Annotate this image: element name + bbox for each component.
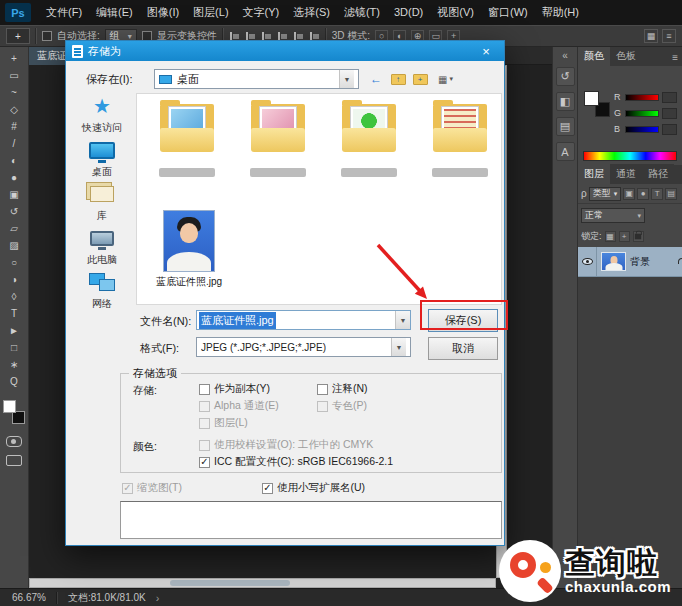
pen-tool[interactable]: ◊: [3, 288, 25, 305]
folder-item[interactable]: [238, 102, 318, 177]
menu-file[interactable]: 文件(F): [39, 0, 89, 25]
quick-select-tool[interactable]: ◇: [3, 101, 25, 118]
menu-window[interactable]: 窗口(W): [481, 0, 535, 25]
green-value-box[interactable]: [662, 108, 677, 119]
tab-swatches[interactable]: 色板: [610, 46, 642, 66]
filter-shape-icon[interactable]: [665, 188, 677, 200]
blue-slider[interactable]: [625, 126, 659, 133]
chevron-down-icon[interactable]: [339, 70, 354, 88]
format-dropdown[interactable]: JPEG (*.JPG;*.JPEG;*.JPE): [196, 337, 411, 357]
blue-value-box[interactable]: [662, 124, 677, 135]
layer-row-background[interactable]: 背景: [578, 247, 682, 277]
zoom-tool[interactable]: Q: [3, 373, 25, 390]
tab-channels[interactable]: 通道: [610, 164, 642, 184]
as-copy-checkbox[interactable]: 作为副本(Y): [199, 382, 270, 396]
nav-libraries[interactable]: 库: [70, 181, 134, 223]
file-list[interactable]: 蓝底证件照.jpg: [136, 93, 502, 305]
menu-select[interactable]: 选择(S): [286, 0, 337, 25]
foreground-color-swatch[interactable]: [584, 91, 599, 106]
filter-type-icon[interactable]: [651, 188, 663, 200]
save-button[interactable]: 保存(S): [428, 309, 498, 332]
menu-layer[interactable]: 图层(L): [186, 0, 235, 25]
path-select-tool[interactable]: ►: [3, 322, 25, 339]
menu-view[interactable]: 视图(V): [430, 0, 481, 25]
cancel-button[interactable]: 取消: [428, 337, 498, 360]
tab-paths[interactable]: 路径: [642, 164, 674, 184]
blend-mode-dropdown[interactable]: 正常: [581, 208, 645, 223]
menu-edit[interactable]: 编辑(E): [89, 0, 140, 25]
history-brush-tool[interactable]: ↺: [3, 203, 25, 220]
filter-adjustment-icon[interactable]: [637, 188, 649, 200]
menu-image[interactable]: 图像(I): [140, 0, 186, 25]
nav-network[interactable]: 网络: [70, 269, 134, 311]
status-options-arrow[interactable]: [156, 592, 160, 604]
nav-quick-access[interactable]: ★ 快速访问: [70, 93, 134, 135]
history-panel-icon[interactable]: ↺: [556, 67, 575, 86]
eraser-tool[interactable]: ▱: [3, 220, 25, 237]
shape-tool[interactable]: □: [3, 339, 25, 356]
green-slider[interactable]: [625, 110, 659, 117]
close-icon[interactable]: ×: [474, 44, 498, 59]
red-slider[interactable]: [625, 94, 659, 101]
layer-thumbnail[interactable]: [601, 252, 626, 271]
color-spectrum-ramp[interactable]: [583, 151, 677, 161]
view-menu-icon[interactable]: ▦: [432, 69, 459, 89]
screen-mode-icon[interactable]: [6, 455, 22, 466]
lasso-tool[interactable]: ~: [3, 84, 25, 101]
menu-help[interactable]: 帮助(H): [535, 0, 586, 25]
gradient-tool[interactable]: ▨: [3, 237, 25, 254]
folder-item[interactable]: [329, 102, 409, 177]
collapse-panels-icon[interactable]: «: [562, 50, 568, 61]
color-swatches[interactable]: [3, 400, 25, 424]
workspace-menu-icon[interactable]: [662, 29, 676, 43]
move-tool[interactable]: +: [3, 50, 25, 67]
current-tool-icon[interactable]: +: [6, 28, 30, 44]
zoom-level[interactable]: 66.67%: [12, 592, 46, 603]
libraries-panel-icon[interactable]: ▤: [556, 117, 575, 136]
eyedropper-tool[interactable]: /: [3, 135, 25, 152]
lowercase-extension-checkbox[interactable]: 使用小写扩展名(U): [262, 481, 365, 495]
layer-visibility-cell[interactable]: [578, 247, 597, 276]
nav-desktop[interactable]: 桌面: [70, 137, 134, 179]
blur-tool[interactable]: ○: [3, 254, 25, 271]
horizontal-scrollbar[interactable]: [29, 578, 496, 588]
save-in-dropdown[interactable]: 桌面: [154, 69, 359, 89]
auto-select-checkbox[interactable]: [42, 31, 52, 41]
chevron-down-icon[interactable]: [395, 311, 410, 329]
new-folder-icon[interactable]: +: [410, 69, 430, 89]
properties-panel-icon[interactable]: ◧: [556, 92, 575, 111]
filter-type-dropdown[interactable]: 类型: [589, 187, 622, 201]
menu-3d[interactable]: 3D(D): [387, 0, 430, 25]
image-file-item[interactable]: 蓝底证件照.jpg: [149, 210, 229, 289]
icc-profile-checkbox[interactable]: ICC 配置文件(C): sRGB IEC61966-2.1: [199, 455, 393, 469]
back-icon[interactable]: ←: [366, 69, 386, 89]
folder-item[interactable]: [147, 102, 227, 177]
annotations-checkbox[interactable]: 注释(N): [317, 382, 368, 396]
healing-brush-tool[interactable]: ◐: [3, 152, 25, 169]
marquee-tool[interactable]: ▭: [3, 67, 25, 84]
type-tool[interactable]: T: [3, 305, 25, 322]
menu-type[interactable]: 文字(Y): [236, 0, 287, 25]
lock-transparency-icon[interactable]: [605, 231, 616, 242]
scroll-thumb[interactable]: [170, 580, 290, 586]
folder-item[interactable]: [420, 102, 500, 177]
panel-color-swatches[interactable]: [584, 91, 610, 117]
filter-pixel-icon[interactable]: [623, 188, 635, 200]
workspace-grid-icon[interactable]: [644, 29, 658, 43]
character-panel-icon[interactable]: A: [556, 142, 575, 161]
tab-layers[interactable]: 图层: [578, 164, 610, 184]
panel-menu-icon[interactable]: [668, 49, 682, 66]
lock-position-icon[interactable]: [619, 231, 630, 242]
hand-tool[interactable]: ∗: [3, 356, 25, 373]
foreground-color-swatch[interactable]: [3, 400, 16, 413]
chevron-down-icon[interactable]: [391, 338, 406, 356]
dodge-tool[interactable]: ◑: [3, 271, 25, 288]
lock-all-icon[interactable]: [633, 231, 644, 242]
clone-stamp-tool[interactable]: ▣: [3, 186, 25, 203]
red-value-box[interactable]: [662, 92, 677, 103]
tab-color[interactable]: 颜色: [578, 46, 610, 66]
filename-input[interactable]: 蓝底证件照.jpg: [196, 310, 411, 330]
quick-mask-icon[interactable]: [6, 436, 22, 447]
up-folder-icon[interactable]: ↑: [388, 69, 408, 89]
menu-filter[interactable]: 滤镜(T): [337, 0, 387, 25]
